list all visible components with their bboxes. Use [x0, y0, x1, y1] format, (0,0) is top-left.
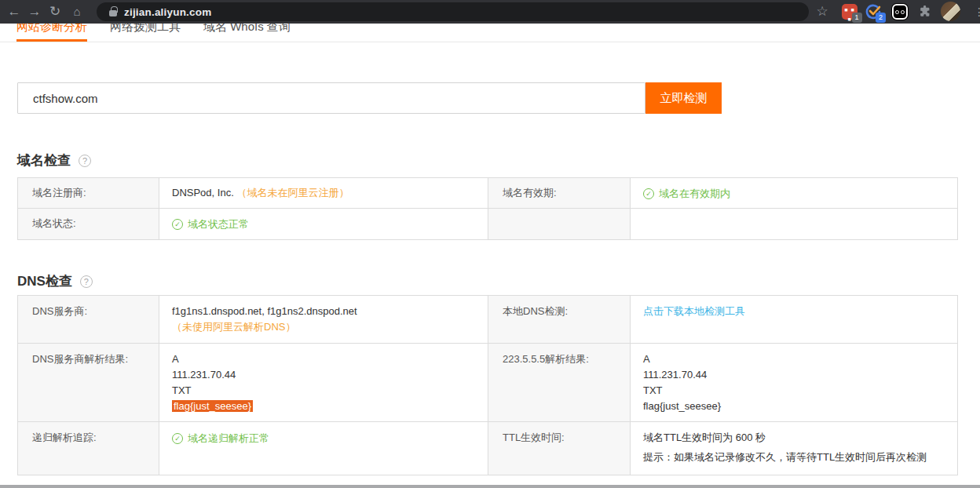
address-bar[interactable]: zijian.aliyun.com	[97, 2, 809, 21]
lock-icon	[109, 10, 117, 16]
dns-check-title-text: DNS检查	[17, 272, 72, 290]
detect-now-button[interactable]: 立即检测	[645, 82, 722, 114]
dns-check-title: DNS检查 ?	[17, 272, 93, 290]
public-result-value: A 111.231.70.44 TXT flag{just_seesee}	[631, 344, 957, 422]
record-line: TXT	[172, 383, 480, 399]
help-icon[interactable]: ?	[80, 275, 93, 288]
extension-robot-icon[interactable]	[892, 4, 908, 20]
empty-label-cell	[488, 209, 631, 239]
home-icon[interactable]: ⌂	[68, 0, 86, 24]
url-text: zijian.aliyun.com	[124, 6, 211, 18]
extensions-puzzle-icon[interactable]	[919, 5, 931, 18]
domain-check-title-text: 域名检查	[17, 151, 71, 169]
domain-check-table: 域名注册商: DNSPod, Inc. （域名未在阿里云注册） 域名有效期: ✓…	[17, 177, 958, 240]
provider-result-label: DNS服务商解析结果:	[18, 344, 159, 422]
browser-window: 网站诊断分析 网络拨测工具 域名 WhoIs 查询 ← → ↻ ⌂ zijian…	[0, 0, 980, 488]
forward-icon[interactable]: →	[25, 0, 44, 24]
profile-avatar[interactable]	[941, 2, 960, 21]
record-line: 111.231.70.44	[172, 367, 480, 383]
domain-status-text: 域名状态正常	[188, 217, 249, 232]
registrar-warning: （域名未在阿里云注册）	[236, 187, 349, 198]
extension-checker-badge: 2	[876, 13, 886, 23]
ttl-value: 域名TTL生效时间为 600 秒 提示：如果域名记录修改不久，请等待TTL生效时…	[631, 422, 957, 475]
window-bottom-edge	[0, 485, 980, 488]
domain-check-title: 域名检查 ?	[17, 151, 91, 169]
validity-value: ✓域名在有效期内	[631, 178, 957, 209]
dns-provider-label: DNS服务商:	[18, 296, 159, 344]
extension-checker-icon[interactable]: 2	[865, 4, 881, 20]
ttl-label: TTL生效时间:	[488, 422, 631, 475]
empty-value-cell	[631, 209, 957, 239]
check-circle-icon: ✓	[172, 433, 183, 444]
registrar-name: DNSPod, Inc.	[172, 187, 234, 198]
domain-status-value: ✓域名状态正常	[159, 209, 488, 239]
validity-label: 域名有效期:	[488, 178, 631, 209]
ttl-hint-text: 提示：如果域名记录修改不久，请等待TTL生效时间后再次检测	[643, 450, 949, 465]
provider-result-value: A 111.231.70.44 TXT flag{just_seesee}	[159, 344, 488, 422]
local-dns-value: 点击下载本地检测工具	[631, 296, 957, 344]
recursive-status-text: 域名递归解析正常	[188, 431, 269, 446]
download-local-tool-link[interactable]: 点击下载本地检测工具	[643, 305, 745, 317]
record-line: TXT	[643, 383, 949, 399]
domain-input[interactable]	[17, 82, 645, 114]
reload-icon[interactable]: ↻	[46, 0, 64, 24]
record-line: A	[643, 351, 949, 367]
dns-provider-value: f1g1ns1.dnspod.net, f1g1ns2.dnspod.net （…	[159, 296, 488, 344]
check-circle-icon: ✓	[643, 188, 654, 199]
check-circle-icon: ✓	[172, 219, 183, 230]
record-line: 111.231.70.44	[643, 367, 949, 383]
extension-red-badge: 1	[852, 13, 862, 23]
dns-provider-servers: f1g1ns1.dnspod.net, f1g1ns2.dnspod.net	[172, 304, 480, 319]
dns-provider-warning: （未使用阿里云解析DNS）	[172, 319, 480, 335]
recursive-label: 递归解析追踪:	[18, 422, 159, 475]
public-result-label: 223.5.5.5解析结果:	[488, 344, 631, 422]
local-dns-label: 本地DNS检测:	[488, 296, 631, 344]
browser-menu-icon[interactable]: ⋮	[974, 0, 980, 24]
browser-chrome: ← → ↻ ⌂ zijian.aliyun.com ☆ ■ ■ ■ 1 2 ⋮	[0, 0, 980, 24]
validity-status-text: 域名在有效期内	[659, 186, 730, 202]
flag-highlighted-text: flag{just_seesee}	[172, 400, 253, 412]
recursive-value: ✓域名递归解析正常	[159, 422, 488, 475]
record-line: flag{just_seesee}	[643, 399, 949, 414]
back-icon[interactable]: ←	[5, 0, 24, 24]
help-icon[interactable]: ?	[79, 155, 91, 167]
registrar-label: 域名注册商:	[18, 178, 159, 209]
dns-check-table: DNS服务商: f1g1ns1.dnspod.net, f1g1ns2.dnsp…	[17, 295, 958, 475]
record-line: A	[172, 351, 480, 367]
ttl-time-text: 域名TTL生效时间为 600 秒	[643, 430, 949, 446]
extension-red-icon[interactable]: ■ ■ ■ 1	[842, 4, 858, 20]
registrar-value: DNSPod, Inc. （域名未在阿里云注册）	[159, 178, 488, 209]
bookmark-star-icon[interactable]: ☆	[814, 0, 831, 24]
domain-status-label: 域名状态:	[18, 209, 159, 239]
